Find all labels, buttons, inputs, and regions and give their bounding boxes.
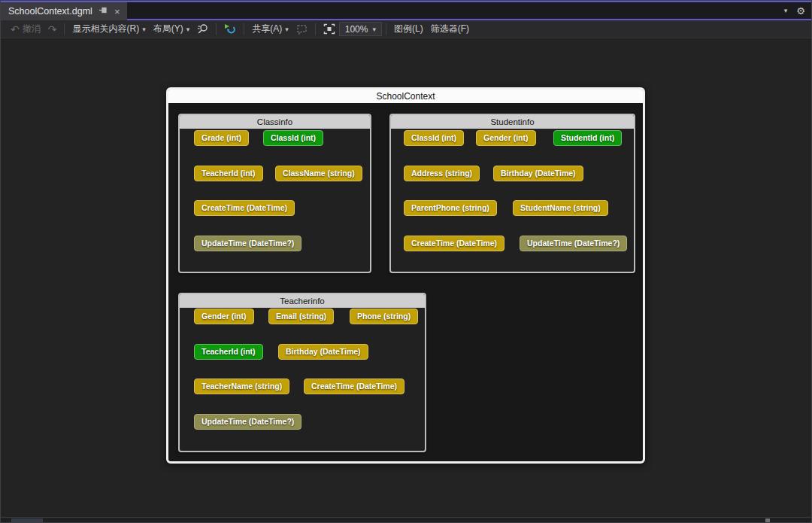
node[interactable]: ClassName (string) bbox=[275, 166, 362, 181]
node[interactable]: UpdateTime (DateTime?) bbox=[520, 236, 627, 251]
status-text-remnant bbox=[11, 518, 43, 522]
diagram-canvas[interactable]: SchoolContext ClassinfoGrade (int)ClassI… bbox=[1, 38, 811, 518]
group-box[interactable]: TeacherinfoGender (int)Email (string)Pho… bbox=[178, 293, 426, 452]
filter-button[interactable]: 筛选器(F) bbox=[427, 22, 473, 37]
undo-button[interactable]: ↶ 撤消 bbox=[7, 22, 44, 37]
zoom-level-value: 100% bbox=[345, 24, 368, 35]
document-tab-strip: SchoolContext.dgml × ▾ ⚙ bbox=[1, 2, 811, 20]
node[interactable]: Phone (string) bbox=[350, 309, 418, 324]
filter-label: 筛选器(F) bbox=[431, 23, 469, 35]
node[interactable]: Address (string) bbox=[404, 166, 480, 181]
layout-label: 布局(Y) bbox=[153, 23, 183, 35]
relayout-refresh-button[interactable] bbox=[220, 22, 240, 37]
panel-mini-icon bbox=[765, 518, 770, 522]
node[interactable]: ClassId (int) bbox=[263, 130, 323, 146]
show-related-label: 显示相关内容(R) bbox=[72, 23, 139, 35]
vs-dgml-window: SchoolContext.dgml × ▾ ⚙ ↶ 撤消 ↷ 显示相关内容(R… bbox=[0, 0, 812, 523]
group-title[interactable]: Classinfo bbox=[180, 115, 370, 130]
show-related-dropdown[interactable]: 显示相关内容(R) ▾ bbox=[68, 22, 149, 37]
group-title[interactable]: Studentinfo bbox=[391, 115, 634, 130]
node[interactable]: CreateTime (DateTime) bbox=[194, 200, 295, 216]
node[interactable]: TeacherName (string) bbox=[194, 379, 289, 394]
bottom-panel-edge bbox=[1, 518, 811, 523]
node[interactable]: StudentId (int) bbox=[553, 130, 622, 146]
node[interactable]: TeacherId (int) bbox=[194, 166, 263, 181]
undo-icon: ↶ bbox=[11, 24, 20, 35]
toolbar-separator bbox=[216, 23, 217, 35]
magnifier-icon bbox=[197, 23, 208, 35]
legend-button[interactable]: 图例(L) bbox=[390, 22, 427, 37]
layout-dropdown[interactable]: 布局(Y) ▾ bbox=[150, 22, 194, 37]
group-box[interactable]: ClassinfoGrade (int)ClassId (int)Teacher… bbox=[178, 114, 371, 273]
close-icon[interactable]: × bbox=[114, 7, 120, 17]
node[interactable]: Email (string) bbox=[268, 309, 334, 324]
tab-overflow-chevron-down-icon[interactable]: ▾ bbox=[784, 7, 788, 14]
node[interactable]: UpdateTime (DateTime?) bbox=[194, 414, 301, 430]
diagram-container[interactable]: SchoolContext ClassinfoGrade (int)ClassI… bbox=[166, 87, 645, 464]
toolbar-separator bbox=[386, 23, 386, 35]
gear-icon[interactable]: ⚙ bbox=[796, 5, 805, 17]
node[interactable]: ParentPhone (string) bbox=[404, 200, 497, 216]
chevron-down-icon: ▾ bbox=[142, 26, 146, 33]
node[interactable]: Gender (int) bbox=[476, 130, 536, 146]
fit-to-screen-icon bbox=[323, 23, 335, 35]
node[interactable]: Birthday (DateTime) bbox=[278, 344, 368, 360]
node[interactable]: Birthday (DateTime) bbox=[493, 166, 583, 181]
chevron-down-icon: ▾ bbox=[186, 26, 190, 33]
zoom-level-combobox[interactable]: 100% ▾ bbox=[339, 22, 382, 36]
node[interactable]: CreateTime (DateTime) bbox=[304, 379, 404, 394]
redo-button[interactable]: ↷ bbox=[44, 22, 61, 37]
share-dropdown[interactable]: 共享(A) ▾ bbox=[248, 22, 292, 37]
share-label: 共享(A) bbox=[252, 23, 282, 35]
node[interactable]: UpdateTime (DateTime?) bbox=[194, 236, 301, 251]
group-title[interactable]: Teacherinfo bbox=[180, 294, 425, 309]
node[interactable]: ClassId (int) bbox=[404, 130, 464, 146]
legend-label: 图例(L) bbox=[394, 23, 423, 35]
tabstrip-right-controls: ▾ ⚙ bbox=[784, 2, 805, 19]
container-title[interactable]: SchoolContext bbox=[168, 90, 643, 105]
refresh-layout-icon bbox=[224, 23, 236, 35]
fit-to-screen-button[interactable] bbox=[320, 22, 339, 37]
toolbar-separator bbox=[244, 23, 244, 35]
dgml-toolbar: ↶ 撤消 ↷ 显示相关内容(R) ▾ 布局(Y) ▾ bbox=[1, 20, 811, 38]
node[interactable]: TeacherId (int) bbox=[194, 344, 263, 360]
undo-label: 撤消 bbox=[23, 23, 41, 35]
toolbar-separator bbox=[64, 23, 65, 35]
node[interactable]: Gender (int) bbox=[194, 309, 254, 324]
chevron-down-icon: ▾ bbox=[285, 26, 289, 33]
tab-schoolcontext-dgml[interactable]: SchoolContext.dgml × bbox=[1, 2, 127, 20]
tab-title: SchoolContext.dgml bbox=[8, 6, 92, 17]
comment-icon bbox=[296, 24, 308, 35]
node[interactable]: StudentName (string) bbox=[513, 200, 608, 216]
toolbar-separator bbox=[315, 23, 316, 35]
group-box[interactable]: StudentinfoClassId (int)Gender (int)Stud… bbox=[389, 114, 635, 273]
pin-icon[interactable] bbox=[99, 6, 108, 17]
redo-icon: ↷ bbox=[48, 24, 57, 35]
node[interactable]: CreateTime (DateTime) bbox=[404, 236, 504, 251]
zoom-select-button[interactable] bbox=[193, 22, 212, 37]
node[interactable]: Grade (int) bbox=[194, 130, 249, 146]
comment-button[interactable] bbox=[292, 22, 311, 37]
chevron-down-icon: ▾ bbox=[372, 26, 376, 33]
